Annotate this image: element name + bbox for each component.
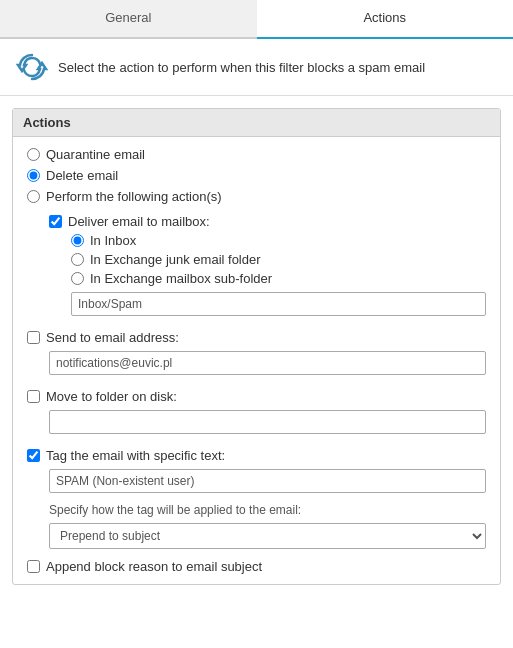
- tabs: General Actions: [0, 0, 513, 39]
- deliver-email-section: Deliver email to mailbox: In Inbox In Ex…: [27, 210, 486, 320]
- deliver-email-row: Deliver email to mailbox:: [49, 214, 486, 229]
- delete-email-label: Delete email: [46, 168, 118, 183]
- tag-email-input[interactable]: [49, 469, 486, 493]
- in-exchange-junk-option: In Exchange junk email folder: [71, 252, 486, 267]
- delete-email-option: Delete email: [27, 168, 486, 183]
- quarantine-radio[interactable]: [27, 148, 40, 161]
- perform-following-label: Perform the following action(s): [46, 189, 222, 204]
- append-block-label: Append block reason to email subject: [46, 559, 262, 574]
- tag-apply-dropdown[interactable]: Prepend to subject Append to subject Rep…: [49, 523, 486, 549]
- deliver-email-checkbox[interactable]: [49, 215, 62, 228]
- in-exchange-sub-folder-radio[interactable]: [71, 272, 84, 285]
- filter-icon: [16, 51, 48, 83]
- move-to-folder-input-row: [49, 410, 486, 434]
- in-inbox-radio[interactable]: [71, 234, 84, 247]
- move-to-folder-section: Move to folder on disk:: [27, 385, 486, 438]
- deliver-email-label: Deliver email to mailbox:: [68, 214, 210, 229]
- tab-actions[interactable]: Actions: [257, 0, 514, 39]
- move-to-folder-label: Move to folder on disk:: [46, 389, 177, 404]
- send-to-email-input-row: [49, 351, 486, 375]
- append-block-row: Append block reason to email subject: [27, 559, 486, 574]
- delete-email-radio[interactable]: [27, 169, 40, 182]
- in-inbox-option: In Inbox: [71, 233, 486, 248]
- tag-email-row: Tag the email with specific text:: [27, 448, 486, 463]
- in-exchange-sub-folder-label: In Exchange mailbox sub-folder: [90, 271, 272, 286]
- in-exchange-junk-label: In Exchange junk email folder: [90, 252, 261, 267]
- send-to-email-section: Send to email address:: [27, 326, 486, 379]
- send-to-email-row: Send to email address:: [27, 330, 486, 345]
- header-row: Select the action to perform when this f…: [0, 39, 513, 96]
- tag-email-input-row: [49, 469, 486, 493]
- in-inbox-label: In Inbox: [90, 233, 136, 248]
- perform-following-option: Perform the following action(s): [27, 189, 486, 204]
- in-exchange-junk-radio[interactable]: [71, 253, 84, 266]
- perform-following-radio[interactable]: [27, 190, 40, 203]
- quarantine-label: Quarantine email: [46, 147, 145, 162]
- move-to-folder-checkbox[interactable]: [27, 390, 40, 403]
- in-exchange-sub-folder-option: In Exchange mailbox sub-folder: [71, 271, 486, 286]
- tag-email-section: Tag the email with specific text: Specif…: [27, 444, 486, 553]
- quarantine-option: Quarantine email: [27, 147, 486, 162]
- send-to-email-input[interactable]: [49, 351, 486, 375]
- append-block-checkbox[interactable]: [27, 560, 40, 573]
- actions-panel: Actions Quarantine email Delete email Pe…: [12, 108, 501, 585]
- tag-email-checkbox[interactable]: [27, 449, 40, 462]
- specify-label: Specify how the tag will be applied to t…: [49, 503, 486, 517]
- move-to-folder-row: Move to folder on disk:: [27, 389, 486, 404]
- folder-input-row: [71, 292, 486, 316]
- folder-input[interactable]: [71, 292, 486, 316]
- send-to-email-checkbox[interactable]: [27, 331, 40, 344]
- deliver-sub-options: In Inbox In Exchange junk email folder I…: [71, 233, 486, 286]
- send-to-email-label: Send to email address:: [46, 330, 179, 345]
- actions-panel-header: Actions: [13, 109, 500, 137]
- header-text: Select the action to perform when this f…: [58, 60, 425, 75]
- move-to-folder-input[interactable]: [49, 410, 486, 434]
- tab-general[interactable]: General: [0, 0, 257, 37]
- actions-body: Quarantine email Delete email Perform th…: [13, 137, 500, 584]
- tag-apply-dropdown-row: Prepend to subject Append to subject Rep…: [49, 523, 486, 549]
- tag-email-label: Tag the email with specific text:: [46, 448, 225, 463]
